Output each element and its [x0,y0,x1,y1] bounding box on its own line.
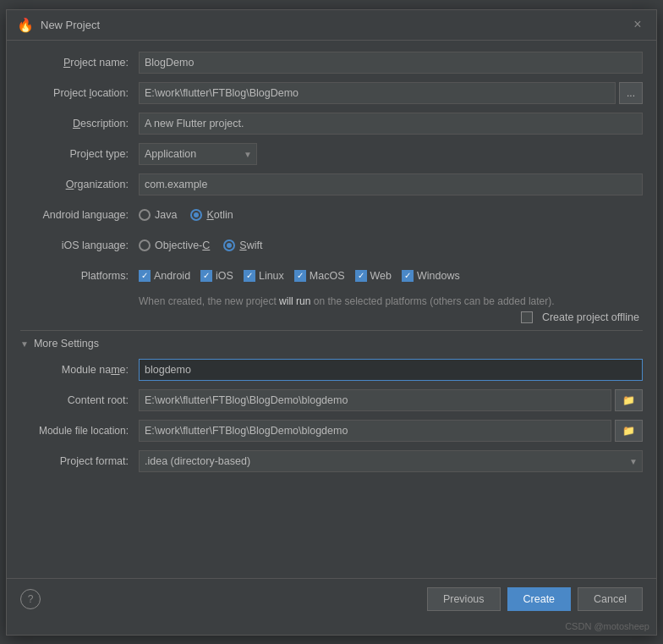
bottom-bar: ? Previous Create Cancel [7,578,656,619]
platform-android-checkbox[interactable]: ✓ [139,270,151,282]
project-name-row: Project name: [20,51,643,74]
content-root-input[interactable] [139,389,611,411]
ios-swift-radio-dot [227,243,232,248]
watermark: CSDN @motosheep [7,619,656,635]
platform-macos-label: MacOS [310,270,345,282]
action-buttons: Previous Create Cancel [427,587,643,611]
platform-windows-check: ✓ [404,272,411,280]
platform-windows-label: Windows [417,270,460,282]
ios-language-label: iOS language: [20,239,139,251]
organization-input[interactable] [139,173,643,195]
content-root-label: Content root: [20,394,139,406]
platform-linux-checkbox[interactable]: ✓ [244,270,255,282]
project-location-label: Project location: [20,87,139,99]
more-settings-header[interactable]: ▼ More Settings [20,338,643,350]
android-language-group: Java Kotlin [139,209,643,221]
dialog-title: New Project [41,19,100,31]
module-name-row: Module name: [20,358,643,382]
module-file-browse-button[interactable]: 📁 [615,420,643,442]
platform-macos-checkbox[interactable]: ✓ [294,270,306,282]
ios-swift-radio[interactable] [223,239,235,251]
platform-windows[interactable]: ✓ Windows [402,270,460,282]
platform-web-check: ✓ [358,272,364,280]
platforms-info: When created, the new project will run o… [139,294,643,309]
description-input[interactable] [139,113,643,135]
project-location-row: Project location: ... [20,81,643,105]
title-bar-left: 🔥 New Project [17,16,100,33]
content-root-input-group: 📁 [139,389,643,411]
create-offline-row: Create project offline [20,311,643,323]
description-row: Description: [20,112,643,135]
cancel-button[interactable]: Cancel [578,587,643,611]
android-java-label: Java [155,209,177,221]
module-name-input[interactable] [139,359,643,381]
platforms-info-bold: will run [279,295,310,307]
android-language-row: Android language: Java Kotlin [20,203,643,227]
new-project-dialog: 🔥 New Project × Project name: Project lo… [6,9,657,636]
platform-web-checkbox[interactable]: ✓ [355,270,367,282]
platform-windows-checkbox[interactable]: ✓ [402,270,414,282]
android-kotlin-label: Kotlin [206,209,233,221]
organization-label: Organization: [20,179,139,190]
platform-linux[interactable]: ✓ Linux [244,270,284,282]
platform-android[interactable]: ✓ Android [139,270,190,282]
module-file-row: Module file location: 📁 [20,419,643,443]
project-location-input[interactable] [139,82,616,104]
platform-android-check: ✓ [141,272,148,280]
create-offline-label: Create project offline [542,311,639,323]
android-java-radio[interactable] [139,209,151,221]
section-triangle-icon: ▼ [20,339,29,349]
platform-web[interactable]: ✓ Web [355,270,392,282]
module-file-input-group: 📁 [139,420,643,442]
project-format-row: Project format: .idea (directory-based) … [20,449,643,473]
project-format-dropdown-wrap: .idea (directory-based) Eclipse (.classp… [139,450,643,472]
title-bar: 🔥 New Project × [7,10,656,41]
ios-language-group: Objective-C Swift [139,239,643,251]
dialog-content: Project name: Project location: ... Desc… [7,41,656,578]
help-button[interactable]: ? [20,589,41,609]
platform-ios[interactable]: ✓ iOS [200,270,233,282]
ios-objc-label: Objective-C [155,239,210,251]
platforms-group: ✓ Android ✓ iOS ✓ Linux [139,270,643,282]
project-location-input-group: ... [139,82,643,104]
description-label: Description: [20,118,139,129]
ios-objc-option[interactable]: Objective-C [139,239,210,251]
ios-language-row: iOS language: Objective-C Swift [20,234,643,257]
organization-row: Organization: [20,173,643,196]
divider [20,330,643,331]
ios-objc-radio[interactable] [139,239,151,251]
more-settings-section: ▼ More Settings Module name: Content roo… [20,338,643,473]
platform-macos[interactable]: ✓ MacOS [294,270,345,282]
platform-macos-check: ✓ [297,272,304,280]
platform-web-label: Web [370,270,392,282]
project-type-dropdown-wrap: Application Plugin Package Module ▼ [139,143,257,165]
platforms-row: Platforms: ✓ Android ✓ iOS ✓ [20,264,643,288]
ios-swift-option[interactable]: Swift [223,239,262,251]
android-java-option[interactable]: Java [139,209,177,221]
close-button[interactable]: × [629,16,646,33]
project-type-row: Project type: Application Plugin Package… [20,142,643,166]
browse-button[interactable]: ... [619,82,643,104]
project-type-select[interactable]: Application Plugin Package Module [139,143,257,165]
create-button[interactable]: Create [507,587,572,611]
project-name-input[interactable] [139,52,643,74]
previous-button[interactable]: Previous [427,587,501,611]
platform-linux-check: ✓ [246,272,253,280]
project-format-select[interactable]: .idea (directory-based) Eclipse (.classp… [139,450,643,472]
more-settings-title: More Settings [34,338,99,350]
project-format-label: Project format: [20,455,139,467]
create-offline-item[interactable]: Create project offline [521,311,639,323]
android-language-label: Android language: [20,209,139,221]
app-icon: 🔥 [17,16,34,33]
platform-ios-check: ✓ [203,272,210,280]
platforms-label: Platforms: [20,270,139,282]
platform-android-label: Android [154,270,190,282]
android-kotlin-option[interactable]: Kotlin [190,209,233,221]
platform-linux-label: Linux [259,270,284,282]
create-offline-checkbox[interactable] [521,311,533,323]
module-name-label: Module name: [20,364,139,376]
android-kotlin-radio[interactable] [190,209,202,221]
module-file-input[interactable] [139,420,611,442]
platform-ios-checkbox[interactable]: ✓ [200,270,212,282]
content-root-browse-button[interactable]: 📁 [615,389,643,411]
